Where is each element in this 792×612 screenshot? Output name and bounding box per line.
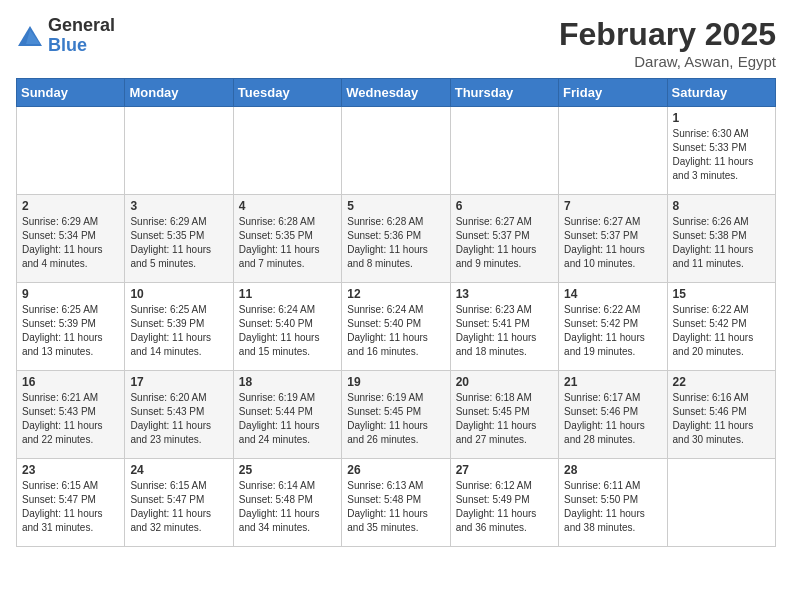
- week-row-3: 16Sunrise: 6:21 AM Sunset: 5:43 PM Dayli…: [17, 371, 776, 459]
- day-cell: 20Sunrise: 6:18 AM Sunset: 5:45 PM Dayli…: [450, 371, 558, 459]
- week-row-4: 23Sunrise: 6:15 AM Sunset: 5:47 PM Dayli…: [17, 459, 776, 547]
- day-info: Sunrise: 6:17 AM Sunset: 5:46 PM Dayligh…: [564, 391, 661, 447]
- title-block: February 2025 Daraw, Aswan, Egypt: [559, 16, 776, 70]
- day-cell: 13Sunrise: 6:23 AM Sunset: 5:41 PM Dayli…: [450, 283, 558, 371]
- calendar-title: February 2025: [559, 16, 776, 53]
- day-cell: 2Sunrise: 6:29 AM Sunset: 5:34 PM Daylig…: [17, 195, 125, 283]
- day-number: 11: [239, 287, 336, 301]
- day-cell: 21Sunrise: 6:17 AM Sunset: 5:46 PM Dayli…: [559, 371, 667, 459]
- day-cell: 4Sunrise: 6:28 AM Sunset: 5:35 PM Daylig…: [233, 195, 341, 283]
- day-info: Sunrise: 6:15 AM Sunset: 5:47 PM Dayligh…: [22, 479, 119, 535]
- day-number: 26: [347, 463, 444, 477]
- logo-icon: [16, 24, 44, 48]
- day-number: 2: [22, 199, 119, 213]
- day-info: Sunrise: 6:30 AM Sunset: 5:33 PM Dayligh…: [673, 127, 770, 183]
- day-number: 28: [564, 463, 661, 477]
- calendar-subtitle: Daraw, Aswan, Egypt: [559, 53, 776, 70]
- day-cell: 10Sunrise: 6:25 AM Sunset: 5:39 PM Dayli…: [125, 283, 233, 371]
- day-info: Sunrise: 6:27 AM Sunset: 5:37 PM Dayligh…: [456, 215, 553, 271]
- day-cell: 1Sunrise: 6:30 AM Sunset: 5:33 PM Daylig…: [667, 107, 775, 195]
- day-info: Sunrise: 6:25 AM Sunset: 5:39 PM Dayligh…: [22, 303, 119, 359]
- day-number: 14: [564, 287, 661, 301]
- day-info: Sunrise: 6:20 AM Sunset: 5:43 PM Dayligh…: [130, 391, 227, 447]
- day-info: Sunrise: 6:21 AM Sunset: 5:43 PM Dayligh…: [22, 391, 119, 447]
- day-number: 23: [22, 463, 119, 477]
- day-info: Sunrise: 6:29 AM Sunset: 5:35 PM Dayligh…: [130, 215, 227, 271]
- day-number: 16: [22, 375, 119, 389]
- day-cell: [233, 107, 341, 195]
- day-cell: 16Sunrise: 6:21 AM Sunset: 5:43 PM Dayli…: [17, 371, 125, 459]
- day-number: 24: [130, 463, 227, 477]
- day-cell: 14Sunrise: 6:22 AM Sunset: 5:42 PM Dayli…: [559, 283, 667, 371]
- day-cell: 26Sunrise: 6:13 AM Sunset: 5:48 PM Dayli…: [342, 459, 450, 547]
- week-row-0: 1Sunrise: 6:30 AM Sunset: 5:33 PM Daylig…: [17, 107, 776, 195]
- day-info: Sunrise: 6:15 AM Sunset: 5:47 PM Dayligh…: [130, 479, 227, 535]
- day-number: 19: [347, 375, 444, 389]
- day-info: Sunrise: 6:26 AM Sunset: 5:38 PM Dayligh…: [673, 215, 770, 271]
- day-cell: 22Sunrise: 6:16 AM Sunset: 5:46 PM Dayli…: [667, 371, 775, 459]
- header-tuesday: Tuesday: [233, 79, 341, 107]
- day-number: 4: [239, 199, 336, 213]
- day-info: Sunrise: 6:24 AM Sunset: 5:40 PM Dayligh…: [347, 303, 444, 359]
- day-cell: 15Sunrise: 6:22 AM Sunset: 5:42 PM Dayli…: [667, 283, 775, 371]
- header-thursday: Thursday: [450, 79, 558, 107]
- day-number: 27: [456, 463, 553, 477]
- day-info: Sunrise: 6:18 AM Sunset: 5:45 PM Dayligh…: [456, 391, 553, 447]
- day-info: Sunrise: 6:24 AM Sunset: 5:40 PM Dayligh…: [239, 303, 336, 359]
- day-cell: [667, 459, 775, 547]
- day-number: 5: [347, 199, 444, 213]
- day-number: 12: [347, 287, 444, 301]
- logo: General Blue: [16, 16, 115, 56]
- header-wednesday: Wednesday: [342, 79, 450, 107]
- day-cell: 8Sunrise: 6:26 AM Sunset: 5:38 PM Daylig…: [667, 195, 775, 283]
- day-cell: 19Sunrise: 6:19 AM Sunset: 5:45 PM Dayli…: [342, 371, 450, 459]
- day-cell: [450, 107, 558, 195]
- day-number: 7: [564, 199, 661, 213]
- day-info: Sunrise: 6:22 AM Sunset: 5:42 PM Dayligh…: [673, 303, 770, 359]
- calendar-table: SundayMondayTuesdayWednesdayThursdayFrid…: [16, 78, 776, 547]
- day-cell: [559, 107, 667, 195]
- day-cell: 23Sunrise: 6:15 AM Sunset: 5:47 PM Dayli…: [17, 459, 125, 547]
- day-cell: 7Sunrise: 6:27 AM Sunset: 5:37 PM Daylig…: [559, 195, 667, 283]
- day-cell: 27Sunrise: 6:12 AM Sunset: 5:49 PM Dayli…: [450, 459, 558, 547]
- day-number: 9: [22, 287, 119, 301]
- day-cell: 25Sunrise: 6:14 AM Sunset: 5:48 PM Dayli…: [233, 459, 341, 547]
- day-cell: 3Sunrise: 6:29 AM Sunset: 5:35 PM Daylig…: [125, 195, 233, 283]
- day-number: 21: [564, 375, 661, 389]
- day-info: Sunrise: 6:16 AM Sunset: 5:46 PM Dayligh…: [673, 391, 770, 447]
- logo-blue-text: Blue: [48, 36, 115, 56]
- day-info: Sunrise: 6:11 AM Sunset: 5:50 PM Dayligh…: [564, 479, 661, 535]
- day-cell: 24Sunrise: 6:15 AM Sunset: 5:47 PM Dayli…: [125, 459, 233, 547]
- day-info: Sunrise: 6:28 AM Sunset: 5:35 PM Dayligh…: [239, 215, 336, 271]
- day-number: 10: [130, 287, 227, 301]
- header-friday: Friday: [559, 79, 667, 107]
- day-info: Sunrise: 6:14 AM Sunset: 5:48 PM Dayligh…: [239, 479, 336, 535]
- day-number: 22: [673, 375, 770, 389]
- day-info: Sunrise: 6:23 AM Sunset: 5:41 PM Dayligh…: [456, 303, 553, 359]
- day-cell: 12Sunrise: 6:24 AM Sunset: 5:40 PM Dayli…: [342, 283, 450, 371]
- day-info: Sunrise: 6:28 AM Sunset: 5:36 PM Dayligh…: [347, 215, 444, 271]
- page-header: General Blue February 2025 Daraw, Aswan,…: [16, 16, 776, 70]
- week-row-1: 2Sunrise: 6:29 AM Sunset: 5:34 PM Daylig…: [17, 195, 776, 283]
- header-monday: Monday: [125, 79, 233, 107]
- day-number: 13: [456, 287, 553, 301]
- day-info: Sunrise: 6:29 AM Sunset: 5:34 PM Dayligh…: [22, 215, 119, 271]
- day-cell: 5Sunrise: 6:28 AM Sunset: 5:36 PM Daylig…: [342, 195, 450, 283]
- day-cell: [125, 107, 233, 195]
- day-number: 20: [456, 375, 553, 389]
- header-sunday: Sunday: [17, 79, 125, 107]
- day-info: Sunrise: 6:13 AM Sunset: 5:48 PM Dayligh…: [347, 479, 444, 535]
- day-number: 18: [239, 375, 336, 389]
- day-cell: 17Sunrise: 6:20 AM Sunset: 5:43 PM Dayli…: [125, 371, 233, 459]
- day-info: Sunrise: 6:27 AM Sunset: 5:37 PM Dayligh…: [564, 215, 661, 271]
- day-info: Sunrise: 6:19 AM Sunset: 5:44 PM Dayligh…: [239, 391, 336, 447]
- day-cell: 6Sunrise: 6:27 AM Sunset: 5:37 PM Daylig…: [450, 195, 558, 283]
- day-info: Sunrise: 6:19 AM Sunset: 5:45 PM Dayligh…: [347, 391, 444, 447]
- day-info: Sunrise: 6:25 AM Sunset: 5:39 PM Dayligh…: [130, 303, 227, 359]
- day-cell: [17, 107, 125, 195]
- day-info: Sunrise: 6:12 AM Sunset: 5:49 PM Dayligh…: [456, 479, 553, 535]
- day-number: 1: [673, 111, 770, 125]
- day-cell: 9Sunrise: 6:25 AM Sunset: 5:39 PM Daylig…: [17, 283, 125, 371]
- day-cell: [342, 107, 450, 195]
- day-cell: 28Sunrise: 6:11 AM Sunset: 5:50 PM Dayli…: [559, 459, 667, 547]
